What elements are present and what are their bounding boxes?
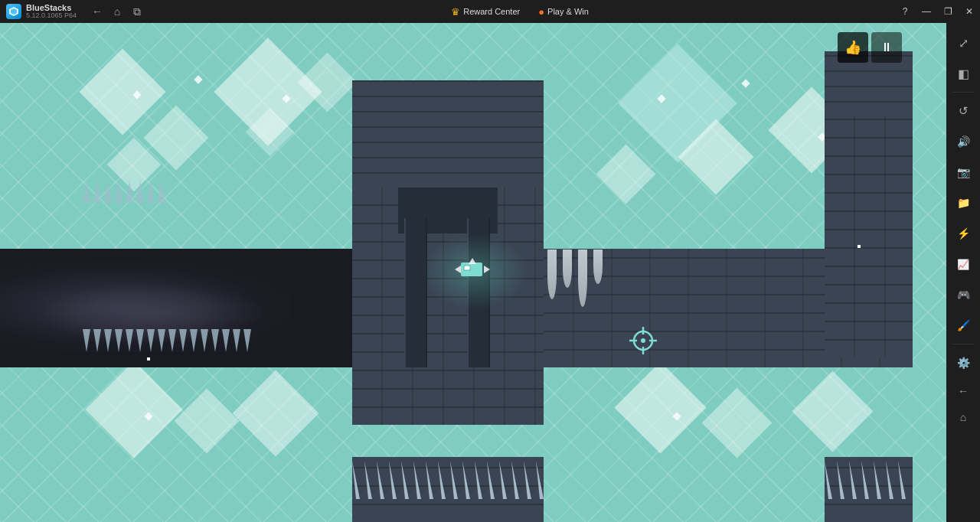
- svg-marker-39: [233, 329, 240, 352]
- svg-marker-21: [861, 461, 869, 499]
- svg-marker-52: [455, 266, 461, 273]
- app-icon-area: BlueStacks 5.12.0.1065 P64: [0, 4, 83, 19]
- game-thumb-button[interactable]: 👍: [838, 32, 868, 63]
- gamepad-button[interactable]: 🎮: [949, 281, 977, 308]
- reward-center-label: Reward Center: [463, 7, 520, 16]
- rotate-button[interactable]: ↺: [949, 97, 977, 125]
- svg-marker-44: [115, 180, 122, 203]
- svg-marker-38: [222, 329, 230, 352]
- game-canvas: ⏸ 👍: [0, 23, 946, 522]
- multi-window-button[interactable]: ⧉: [129, 3, 145, 20]
- app-name-area: BlueStacks 5.12.0.1065 P64: [26, 4, 77, 19]
- svg-marker-5: [389, 461, 397, 499]
- brush-button[interactable]: 🖌️: [949, 312, 977, 339]
- svg-marker-35: [190, 329, 198, 352]
- svg-marker-23: [886, 461, 893, 499]
- macro-button[interactable]: ⚡: [949, 220, 977, 247]
- svg-marker-3: [364, 461, 372, 499]
- panel-icon: ◧: [958, 67, 969, 81]
- titlebar: BlueStacks 5.12.0.1065 P64 ← ⌂ ⧉ ♛ Rewar…: [0, 0, 980, 23]
- dungeon-pillar-right: [467, 218, 490, 367]
- close-button[interactable]: ✕: [959, 0, 980, 23]
- top-stone-block-left: [352, 80, 448, 188]
- performance-button[interactable]: 📈: [949, 250, 977, 278]
- home-sidebar-button[interactable]: ⌂: [949, 406, 977, 429]
- svg-marker-28: [115, 329, 122, 352]
- bottom-spikes-center: [352, 457, 544, 499]
- svg-rect-50: [464, 266, 470, 270]
- top-stone-block-right: [448, 80, 544, 188]
- expand-icon: ⤢: [959, 36, 969, 51]
- file-manager-button[interactable]: 📁: [949, 189, 977, 217]
- sidebar-toggle-button[interactable]: ◧: [949, 60, 977, 87]
- svg-marker-47: [147, 180, 155, 203]
- svg-marker-27: [104, 329, 112, 352]
- svg-marker-11: [462, 461, 470, 499]
- macro-icon: ⚡: [957, 227, 970, 240]
- gamepad-icon: 🎮: [957, 289, 970, 301]
- folder-icon: 📁: [957, 197, 970, 209]
- back-sidebar-button[interactable]: ←: [949, 380, 977, 403]
- titlebar-center: ♛ Reward Center ● Play & Win: [145, 5, 894, 19]
- svg-marker-42: [93, 180, 101, 203]
- titlebar-nav: ← ⌂ ⧉: [89, 3, 145, 20]
- thumb-icon: 👍: [844, 39, 861, 56]
- screenshot-button[interactable]: 📷: [949, 158, 977, 186]
- svg-marker-46: [136, 180, 144, 203]
- svg-marker-37: [211, 329, 219, 352]
- play-win-label: Play & Win: [547, 7, 589, 16]
- svg-marker-43: [104, 180, 112, 203]
- reward-center-button[interactable]: ♛ Reward Center: [445, 5, 526, 19]
- svg-point-60: [641, 338, 645, 343]
- svg-marker-8: [426, 461, 433, 499]
- svg-marker-12: [475, 461, 482, 499]
- titlebar-actions: ? — ❐ ✕: [894, 0, 980, 23]
- svg-marker-40: [243, 329, 251, 352]
- settings-icon: ⚙️: [957, 357, 970, 369]
- right-stalactites: [547, 250, 603, 307]
- player-character: [453, 256, 492, 283]
- bottom-ledge-spikes-left: [83, 329, 351, 352]
- volume-icon: 🔊: [957, 135, 970, 148]
- svg-marker-10: [450, 461, 458, 499]
- svg-marker-32: [158, 329, 165, 352]
- dungeon-pillar-left: [404, 218, 427, 367]
- svg-marker-31: [147, 329, 155, 352]
- stalactite-4: [593, 250, 603, 284]
- game-viewport[interactable]: ⏸ 👍: [0, 23, 946, 522]
- crown-icon: ♛: [451, 6, 460, 18]
- stalactite-1: [547, 250, 557, 299]
- svg-marker-9: [438, 461, 446, 499]
- minimize-button[interactable]: —: [916, 0, 937, 23]
- svg-marker-34: [179, 329, 187, 352]
- pixel-dot-2: [858, 245, 861, 248]
- game-pause-button[interactable]: ⏸: [871, 32, 902, 63]
- svg-marker-24: [898, 461, 906, 499]
- restore-button[interactable]: ❐: [937, 0, 959, 23]
- svg-marker-54: [469, 258, 476, 264]
- svg-marker-14: [499, 461, 507, 499]
- svg-marker-18: [825, 461, 832, 499]
- stalactite-3: [578, 250, 587, 307]
- home-button[interactable]: ⌂: [109, 3, 126, 20]
- pixel-dot-1: [147, 357, 150, 361]
- help-button[interactable]: ?: [894, 0, 916, 23]
- svg-marker-22: [874, 461, 881, 499]
- svg-marker-19: [837, 461, 844, 499]
- play-win-button[interactable]: ● Play & Win: [532, 5, 595, 19]
- svg-marker-48: [158, 180, 165, 203]
- volume-button[interactable]: 🔊: [949, 128, 977, 155]
- app-version: 5.12.0.1065 P64: [26, 12, 77, 19]
- back-button[interactable]: ←: [89, 3, 106, 20]
- svg-marker-45: [126, 180, 133, 203]
- sidebar-sep-2: [952, 344, 974, 344]
- expand-sidebar-button[interactable]: ⤢: [949, 29, 977, 57]
- svg-marker-53: [484, 266, 490, 273]
- settings-button[interactable]: ⚙️: [949, 349, 977, 377]
- enemy-crosshair: [628, 325, 658, 356]
- right-sidebar: ⤢ ◧ ↺ 🔊 📷 📁 ⚡ 📈 🎮 🖌️ ⚙️ ← ⌂: [946, 23, 980, 522]
- svg-marker-29: [126, 329, 133, 352]
- svg-marker-6: [401, 461, 409, 499]
- brush-icon: 🖌️: [957, 319, 970, 331]
- stalactite-2: [563, 250, 572, 288]
